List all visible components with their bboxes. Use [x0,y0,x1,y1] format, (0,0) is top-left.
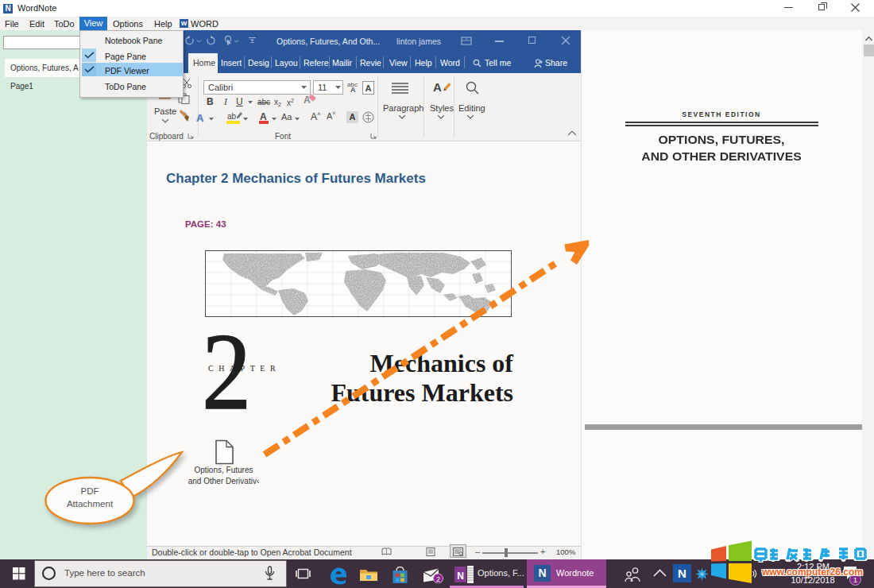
svg-text:2: 2 [436,575,440,583]
svg-text:N: N [457,571,464,582]
